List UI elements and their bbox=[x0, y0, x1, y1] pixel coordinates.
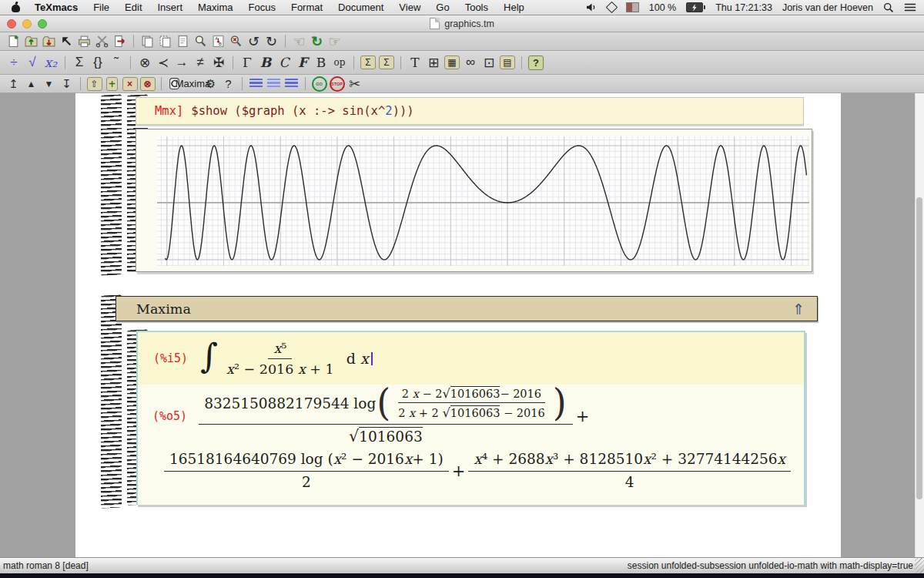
arrow-icon[interactable]: → bbox=[172, 52, 191, 72]
remove-banner-icon[interactable]: ⊗ bbox=[139, 76, 156, 92]
menu-edit[interactable]: Edit bbox=[117, 2, 149, 13]
replace-icon[interactable]: AB bbox=[209, 33, 227, 49]
output-line-1: (%o5) 8325150882179544 log ( 2 x − 2 √10… bbox=[152, 386, 592, 445]
brackets-icon[interactable]: {} bbox=[89, 52, 107, 72]
maxima-io-cell[interactable]: (%i5) ∫ x⁵ x² − 2016 x + 1 d x (%o5) 8 bbox=[136, 331, 805, 505]
session-help-icon[interactable]: ? bbox=[219, 76, 237, 92]
cut-tools-icon[interactable] bbox=[93, 33, 111, 49]
copy-icon[interactable] bbox=[139, 33, 156, 49]
menu-help[interactable]: Help bbox=[496, 2, 532, 13]
user-menu[interactable]: Joris van der Hoeven bbox=[782, 2, 873, 13]
scrollbar-thumb[interactable] bbox=[916, 197, 922, 499]
bold-math-icon[interactable]: B bbox=[256, 52, 275, 72]
spellcheck-icon[interactable] bbox=[227, 33, 245, 49]
clear-session-icon[interactable]: ✂ bbox=[346, 76, 363, 92]
go-down-icon[interactable]: ▼ bbox=[40, 76, 58, 92]
remove-field-icon[interactable]: × bbox=[121, 76, 139, 92]
resize-grip[interactable] bbox=[915, 557, 924, 573]
graph-output-box[interactable] bbox=[136, 129, 812, 272]
subsession-header[interactable]: Maxima ⇑ bbox=[116, 296, 818, 321]
input-source-flag-icon[interactable] bbox=[626, 2, 639, 12]
graph-canvas[interactable] bbox=[157, 136, 809, 266]
go-up-icon[interactable]: ▲ bbox=[22, 76, 40, 92]
insert-field-below-icon[interactable]: + bbox=[103, 76, 121, 92]
clipboard-icon[interactable] bbox=[174, 33, 192, 49]
duplicate-icon[interactable]: ⊡ bbox=[480, 52, 498, 72]
go-bottom-icon[interactable]: ↧ bbox=[58, 76, 75, 92]
go-top-icon[interactable]: ↥ bbox=[5, 76, 22, 92]
status-right: session unfolded-subsession unfolded-io-… bbox=[628, 560, 924, 571]
session-settings-icon[interactable]: ⚙ bbox=[202, 76, 219, 92]
main-denominator: √1016063 bbox=[343, 425, 428, 445]
undo-icon[interactable]: ↺ bbox=[245, 33, 263, 49]
menu-maxima[interactable]: Maxima bbox=[190, 2, 241, 13]
blackboard-bold-icon[interactable]: B bbox=[312, 52, 330, 72]
new-document-icon[interactable] bbox=[5, 33, 22, 49]
volume-icon[interactable] bbox=[586, 2, 598, 12]
tensor-icon[interactable]: ⊗ bbox=[136, 52, 154, 72]
root-icon[interactable]: √ bbox=[23, 52, 42, 72]
zoom-button[interactable] bbox=[38, 19, 47, 29]
export-icon[interactable] bbox=[111, 33, 129, 49]
search-icon[interactable] bbox=[192, 33, 209, 49]
pointer-icon[interactable] bbox=[58, 33, 75, 49]
menu-document[interactable]: Document bbox=[330, 2, 391, 13]
menu-texmacs[interactable]: TeXmacs bbox=[27, 2, 85, 13]
save-document-icon[interactable] bbox=[40, 33, 58, 49]
fraktur-icon[interactable]: F bbox=[293, 52, 312, 72]
animation-icon[interactable]: ▤ bbox=[498, 52, 517, 72]
fraction-icon[interactable]: ÷ bbox=[5, 52, 23, 72]
input-mode-math-icon[interactable] bbox=[247, 76, 265, 92]
style-edit-icon[interactable]: Σ bbox=[377, 52, 396, 72]
session-kind-label[interactable]: Maxima bbox=[184, 76, 202, 92]
insert-field-above-icon[interactable]: ⇧ bbox=[85, 76, 103, 92]
scheme-input-field[interactable]: Mmx]$show ($graph (x :-> sin(x^2))) bbox=[136, 97, 804, 125]
script-icon[interactable]: x₂ bbox=[42, 52, 60, 72]
print-icon[interactable] bbox=[75, 33, 93, 49]
image-icon[interactable]: ▦ bbox=[443, 52, 461, 72]
input-mode-text-icon[interactable] bbox=[283, 76, 300, 92]
input-mode-multiline-icon[interactable] bbox=[265, 76, 283, 92]
forward-icon[interactable]: ☞ bbox=[326, 33, 343, 49]
prec-icon[interactable]: ≺ bbox=[154, 52, 172, 72]
maxima-input-field[interactable]: (%i5) ∫ x⁵ x² − 2016 x + 1 d x bbox=[138, 332, 804, 385]
close-button[interactable] bbox=[7, 19, 16, 29]
menu-file[interactable]: File bbox=[85, 2, 117, 13]
menu-go[interactable]: Go bbox=[428, 2, 457, 13]
menu-focus[interactable]: Focus bbox=[241, 2, 283, 13]
fold-subsession-icon[interactable]: ⇑ bbox=[792, 301, 805, 318]
style-package-icon[interactable]: Σ bbox=[359, 52, 377, 72]
maxima-output-field[interactable]: (%o5) 8325150882179544 log ( 2 x − 2 √10… bbox=[138, 385, 804, 505]
document-page[interactable]: Mmx]$show ($graph (x :-> sin(x^2))) Maxi… bbox=[75, 93, 841, 557]
maltese-cross-icon[interactable]: ✠ bbox=[209, 52, 228, 72]
session-icon[interactable] bbox=[166, 76, 184, 92]
paste-icon[interactable] bbox=[156, 33, 174, 49]
greek-letter-icon[interactable]: Γ bbox=[238, 52, 256, 72]
clock[interactable]: Thu 17:21:33 bbox=[715, 2, 772, 13]
help-icon[interactable]: ? bbox=[527, 52, 545, 72]
link-icon[interactable]: ∞ bbox=[461, 52, 480, 72]
accent-icon[interactable]: ˜ bbox=[107, 52, 126, 72]
back-icon[interactable]: ☜ bbox=[290, 33, 308, 49]
wifi-icon[interactable] bbox=[605, 2, 618, 14]
apple-menu-icon[interactable] bbox=[11, 2, 21, 12]
interrupt-icon[interactable]: STOP bbox=[328, 76, 346, 92]
redo-icon[interactable]: ↻ bbox=[263, 33, 280, 49]
menu-format[interactable]: Format bbox=[283, 2, 330, 13]
table-icon[interactable]: ⊞ bbox=[424, 52, 443, 72]
menu-view[interactable]: View bbox=[391, 2, 428, 13]
notification-center-icon[interactable] bbox=[904, 2, 916, 12]
menu-tools[interactable]: Tools bbox=[457, 2, 496, 13]
neq-icon[interactable]: ≠ bbox=[191, 52, 209, 72]
calligraphic-icon[interactable]: C bbox=[275, 52, 293, 72]
operator-icon[interactable]: op bbox=[330, 52, 349, 72]
spotlight-icon[interactable] bbox=[883, 2, 894, 13]
minimize-button[interactable] bbox=[22, 19, 32, 29]
open-document-icon[interactable] bbox=[22, 33, 40, 49]
reload-icon[interactable]: ↻ bbox=[308, 33, 326, 49]
evaluate-icon[interactable]: GO bbox=[310, 76, 328, 92]
menu-insert[interactable]: Insert bbox=[150, 2, 191, 13]
big-operator-icon[interactable]: Σ bbox=[70, 52, 89, 72]
text-icon[interactable]: T bbox=[406, 52, 424, 72]
battery-icon[interactable] bbox=[686, 2, 705, 12]
